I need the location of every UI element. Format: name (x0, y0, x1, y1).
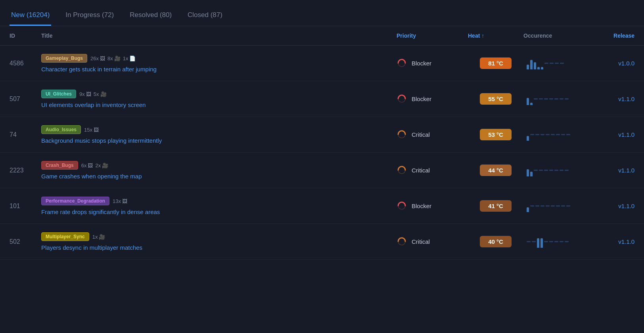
occ-dash (560, 241, 564, 242)
occ-dash (530, 134, 534, 135)
row-tag[interactable]: Crash_Bugs (41, 161, 78, 170)
row-title-cell: UI_Glitches 9x 🖼 5x 🎥 UI elements overla… (41, 90, 397, 108)
tab-closed[interactable]: Closed (87) (186, 7, 224, 26)
occ-dash (546, 205, 550, 207)
row-title-text[interactable]: Background music stops playing intermitt… (41, 137, 397, 144)
occ-dash (560, 63, 564, 64)
table-row[interactable]: 2223 Crash_Bugs 6x 🖼 2x 🎥 Game crashes w… (0, 153, 644, 188)
att-icon: 🎥 (114, 56, 121, 61)
occ-dash (534, 170, 538, 171)
occ-bar (527, 136, 529, 141)
col-priority: Priority (397, 33, 468, 39)
tab-resolved[interactable]: Resolved (80) (128, 7, 173, 26)
heat-badge: 53 °C (480, 129, 512, 140)
occ-dash (544, 241, 548, 242)
attachment-info: 6x 🖼 2x 🎥 (81, 163, 108, 168)
row-title-cell: Crash_Bugs 6x 🖼 2x 🎥 Game crashes when o… (41, 161, 397, 180)
att-count: 1x (123, 56, 128, 61)
attachment-item: 26x 🖼 (90, 56, 105, 61)
att-icon: 🎥 (100, 91, 107, 97)
row-title-text[interactable]: Players desync in multiplayer matches (41, 244, 397, 251)
heat-badge: 40 °C (480, 236, 512, 247)
row-tag[interactable]: Performance_Degradation (41, 197, 109, 205)
occurrence-cell (523, 200, 587, 212)
attachment-info: 9x 🖼 5x 🎥 (79, 91, 106, 97)
occ-dash (544, 63, 548, 64)
att-count: 26x (90, 56, 99, 61)
occ-dash (560, 98, 564, 100)
row-title-cell: Audio_Issues 15x 🖼 Background music stop… (41, 125, 397, 144)
row-tag[interactable]: Gameplay_Bugs (41, 54, 87, 63)
occ-dash (554, 241, 558, 242)
priority-icon (397, 94, 408, 105)
att-icon: 📄 (129, 56, 136, 61)
occ-bar (527, 65, 529, 69)
occurrence-cell (523, 129, 587, 141)
col-heat: Heat ↑ (468, 33, 523, 39)
att-count: 13x (113, 198, 121, 204)
priority-icon (397, 58, 408, 69)
row-title-text[interactable]: Character gets stuck in terrain after ju… (41, 66, 397, 73)
occ-dash (535, 205, 539, 207)
table-row[interactable]: 502 Multiplayer_Sync 1x 🎥 Players desync… (0, 224, 644, 260)
attachment-item: 8x 🎥 (107, 56, 121, 61)
occ-dash (550, 63, 554, 64)
occ-dash (534, 98, 538, 100)
table-row[interactable]: 507 UI_Glitches 9x 🖼 5x 🎥 UI elements ov… (0, 81, 644, 117)
row-id: 2223 (10, 167, 41, 174)
priority-cell: Blocker (397, 58, 468, 69)
table-row[interactable]: 74 Audio_Issues 15x 🖼 Background music s… (0, 117, 644, 153)
att-count: 1x (92, 234, 98, 240)
attachment-item: 13x 🖼 (113, 198, 127, 204)
priority-label: Blocker (412, 96, 431, 102)
row-id: 101 (10, 203, 41, 210)
occ-bar (530, 103, 533, 105)
attachment-item: 2x 🎥 (95, 163, 108, 168)
row-title-text[interactable]: Game crashes when opening the map (41, 173, 397, 180)
release-cell: v1.1.0 (587, 203, 634, 209)
attachment-info: 26x 🖼 8x 🎥 1x 📄 (90, 56, 136, 61)
att-count: 2x (95, 163, 101, 168)
occ-bar (537, 238, 539, 248)
occ-dash (527, 241, 531, 242)
table-row[interactable]: 101 Performance_Degradation 13x 🖼 Frame … (0, 188, 644, 224)
priority-label: Critical (412, 131, 430, 138)
occ-dash (530, 205, 534, 207)
release-cell: v1.1.0 (587, 167, 634, 174)
row-id: 4586 (10, 60, 41, 67)
tab-inprogress[interactable]: In Progress (72) (64, 7, 115, 26)
row-tag[interactable]: Multiplayer_Sync (41, 232, 89, 241)
heat-cell: 81 °C (468, 57, 523, 69)
row-tag[interactable]: Audio_Issues (41, 125, 81, 134)
occ-dash (560, 170, 564, 171)
occurrence-cell (523, 93, 587, 105)
row-title-text[interactable]: UI elements overlap in inventory screen (41, 101, 397, 108)
attachment-item: 1x 🎥 (92, 234, 105, 240)
heat-badge: 81 °C (480, 57, 512, 69)
occ-dash (540, 205, 544, 207)
table-row[interactable]: 4586 Gameplay_Bugs 26x 🖼 8x 🎥 1x 📄 Chara… (0, 46, 644, 81)
row-tag[interactable]: UI_Glitches (41, 90, 76, 98)
release-cell: v1.0.0 (587, 60, 634, 67)
occ-bar (527, 98, 529, 105)
row-title-cell: Multiplayer_Sync 1x 🎥 Players desync in … (41, 232, 397, 251)
col-title: Title (41, 33, 397, 39)
row-title-text[interactable]: Frame rate drops significantly in dense … (41, 209, 397, 215)
attachment-info: 15x 🖼 (84, 127, 99, 133)
occurrence-cell (523, 57, 587, 69)
occ-dash (556, 134, 560, 135)
occ-dash (566, 205, 570, 207)
priority-icon (397, 165, 408, 176)
occ-dash (549, 98, 553, 100)
priority-cell: Blocker (397, 94, 468, 105)
heat-cell: 40 °C (468, 236, 523, 247)
occ-bar (527, 169, 529, 176)
occ-dash (551, 134, 555, 135)
occ-dash (554, 170, 558, 171)
row-id: 502 (10, 238, 41, 245)
occ-dash (561, 134, 565, 135)
attachment-item: 5x 🎥 (94, 91, 107, 97)
tab-new[interactable]: New (16204) (10, 7, 51, 26)
row-tags: Multiplayer_Sync 1x 🎥 (41, 232, 397, 241)
attachment-item: 1x 📄 (123, 56, 136, 61)
